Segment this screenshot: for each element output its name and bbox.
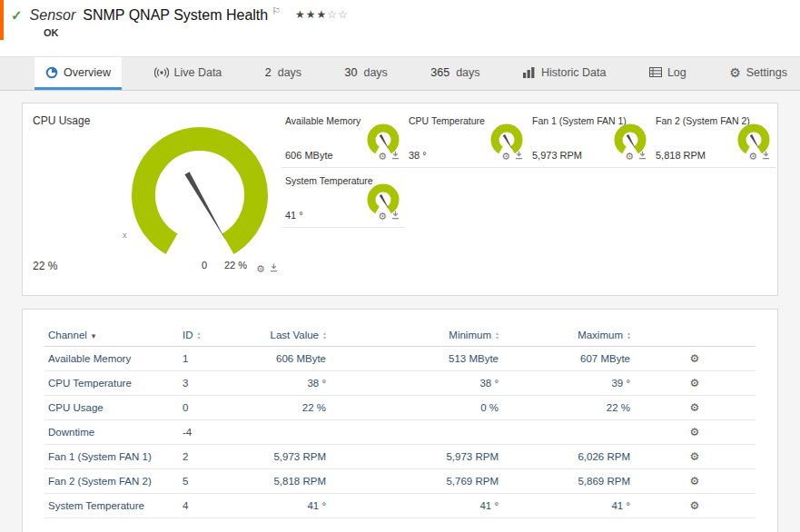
priority-color-bar (0, 0, 4, 40)
download-icon[interactable] (391, 151, 400, 160)
channel-id: 0 (179, 396, 242, 420)
tab-number: 2 (265, 66, 272, 79)
tab-log[interactable]: Log (638, 57, 697, 90)
column-header-minimum[interactable]: Minimum (333, 324, 506, 347)
sort-icon (323, 331, 326, 340)
table-row: Fan 2 (System FAN 2) 5 5,818 RPM 5,769 R… (44, 469, 756, 494)
tab-365-days[interactable]: 365 days (420, 57, 490, 90)
tab-30-days[interactable]: 30 days (334, 57, 399, 90)
tab-label: days (278, 66, 301, 79)
gear-icon[interactable] (748, 147, 757, 163)
tab-number: 365 (430, 66, 449, 79)
sort-icon (496, 331, 499, 340)
tab-label: Live Data (174, 66, 222, 79)
tab-historic-data[interactable]: Historic Data (512, 57, 617, 90)
live-data-broadcast-icon (154, 66, 169, 79)
priority-stars[interactable]: ★★★☆☆ (295, 8, 349, 21)
sensor-header: ✓ Sensor SNMP QNAP System Health ⚐ ★★★☆☆… (0, 0, 800, 56)
object-kind-label: Sensor (30, 7, 76, 24)
primary-gauge-label: CPU Usage (33, 114, 90, 127)
channel-last-value: 41 ° (242, 494, 333, 518)
channel-last-value: 5,818 RPM (242, 469, 333, 494)
gear-icon[interactable] (256, 260, 265, 276)
download-icon[interactable] (270, 263, 278, 272)
primary-gauge-value: 22 % (33, 260, 57, 272)
channel-minimum: 5,973 RPM (333, 445, 506, 469)
stars-empty[interactable]: ☆☆ (327, 8, 349, 21)
download-icon[interactable] (391, 211, 400, 220)
gauge-cell-available-memory: Available Memory 606 MByte (281, 113, 405, 168)
stars-filled[interactable]: ★★★ (295, 8, 327, 21)
channel-last-value: 38 ° (242, 371, 333, 396)
download-icon[interactable] (638, 151, 647, 160)
gauge-cell-cpu-temperature: CPU Temperature 38 ° (405, 113, 528, 168)
sort-desc-icon (92, 331, 96, 340)
tab-label: Settings (746, 66, 787, 79)
gauge-value: 5,818 RPM (656, 150, 706, 161)
channel-minimum: 38 ° (333, 371, 506, 396)
tab-live-data[interactable]: Live Data (143, 57, 233, 90)
gauge-cell-system-temperature: System Temperature 41 ° (281, 173, 405, 228)
channel-minimum: 5,769 RPM (333, 469, 506, 494)
gauge-scale-max: 22 % (224, 260, 247, 271)
channel-maximum: 41 ° (506, 494, 637, 518)
channel-id: -4 (179, 420, 242, 445)
tab-2-days[interactable]: 2 days (254, 57, 312, 90)
channel-maximum: 607 MByte (506, 347, 637, 371)
content-area: CPU Usage x 22 % 0 22 % Available Memory… (0, 91, 800, 532)
gear-icon[interactable] (625, 147, 634, 163)
table-row: Available Memory 1 606 MByte 513 MByte 6… (44, 347, 756, 371)
channel-id: 1 (179, 347, 242, 371)
flag-icon[interactable]: ⚐ (272, 5, 281, 17)
channel-settings-gear-icon[interactable] (690, 451, 700, 462)
column-header-actions (637, 324, 756, 347)
gauge-scale-marker: x (123, 231, 127, 240)
gear-icon[interactable] (378, 147, 387, 163)
tab-settings[interactable]: Settings (718, 57, 798, 90)
channels-table-panel: Channel ID Last Value Minimum Maximum Av… (22, 309, 778, 532)
channel-minimum: 0 % (333, 396, 506, 420)
channel-settings-gear-icon[interactable] (690, 476, 700, 487)
channel-settings-gear-icon[interactable] (690, 378, 700, 389)
table-row: CPU Usage 0 22 % 0 % 22 % (44, 396, 756, 420)
download-icon[interactable] (515, 151, 523, 160)
tab-label: Log (667, 66, 686, 79)
channel-name[interactable]: CPU Temperature (44, 371, 179, 396)
channel-id: 2 (179, 445, 242, 469)
channel-maximum: 39 ° (506, 371, 637, 396)
small-gauges-grid: Available Memory 606 MByte CPU Temperatu… (281, 113, 777, 233)
table-row: CPU Temperature 3 38 ° 38 ° 39 ° (44, 371, 756, 396)
column-header-id[interactable]: ID (179, 324, 242, 347)
channel-maximum: 6,026 RPM (506, 445, 637, 469)
channel-settings-gear-icon[interactable] (690, 402, 700, 413)
channel-name[interactable]: Downtime (44, 420, 179, 445)
gauge-scale-min: 0 (202, 260, 207, 271)
channel-minimum: 41 ° (333, 494, 506, 518)
channel-name[interactable]: CPU Usage (44, 396, 179, 420)
gear-icon[interactable] (378, 207, 387, 223)
channel-name[interactable]: System Temperature (44, 494, 179, 518)
channels-table: Channel ID Last Value Minimum Maximum Av… (44, 324, 756, 518)
download-icon[interactable] (762, 151, 770, 160)
channel-last-value: 606 MByte (242, 347, 333, 371)
tab-overview[interactable]: Overview (35, 57, 122, 90)
channel-settings-gear-icon[interactable] (690, 353, 700, 364)
channel-minimum (333, 420, 506, 445)
channel-settings-gear-icon[interactable] (690, 427, 700, 438)
tab-bar: Overview Live Data 2 days 30 days 365 da… (0, 56, 800, 91)
channel-name[interactable]: Available Memory (44, 347, 179, 371)
tab-label: days (363, 66, 387, 79)
settings-gear-icon (729, 65, 741, 80)
column-header-last-value[interactable]: Last Value (242, 324, 333, 347)
channel-name[interactable]: Fan 2 (System FAN 2) (44, 469, 179, 494)
column-header-maximum[interactable]: Maximum (506, 324, 637, 347)
channel-settings-gear-icon[interactable] (690, 500, 700, 511)
channel-name[interactable]: Fan 1 (System FAN 1) (44, 445, 179, 469)
prtg-sensor-page: ✓ Sensor SNMP QNAP System Health ⚐ ★★★☆☆… (0, 0, 800, 532)
gear-icon[interactable] (501, 147, 510, 163)
log-list-icon (649, 67, 662, 77)
column-header-channel[interactable]: Channel (44, 324, 179, 347)
gauges-panel: CPU Usage x 22 % 0 22 % Available Memory… (22, 103, 778, 296)
gauge-value: 41 ° (285, 210, 303, 221)
channel-id: 3 (179, 371, 242, 396)
